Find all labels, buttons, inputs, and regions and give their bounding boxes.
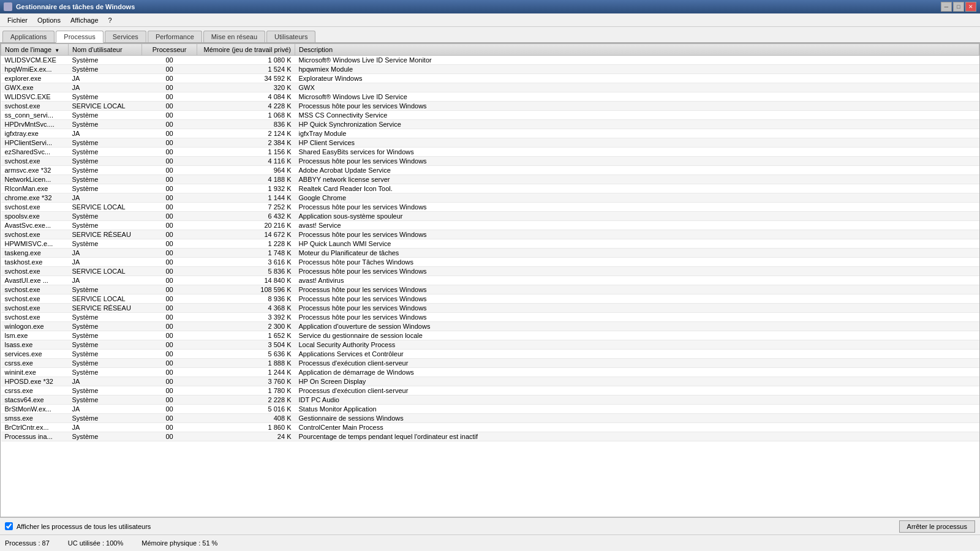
title-bar-content: Gestionnaire des tâches de Windows <box>4 2 135 11</box>
table-row[interactable]: hpqWmiEx.ex... Système 00 1 524 K hpqwmi… <box>1 65 979 74</box>
app-icon <box>4 2 12 11</box>
cell-cpu: 00 <box>142 331 197 340</box>
table-row[interactable]: smss.exe Système 00 408 K Gestionnaire d… <box>1 414 979 423</box>
col-header-user[interactable]: Nom d'utilisateur <box>69 44 142 56</box>
tab-utilisateurs[interactable]: Utilisateurs <box>266 31 315 42</box>
cell-desc: Explorateur Windows <box>295 74 979 83</box>
table-row[interactable]: stacsv64.exe Système 00 2 228 K IDT PC A… <box>1 395 979 405</box>
cell-user: JA <box>69 193 142 203</box>
col-header-desc[interactable]: Description <box>295 44 979 56</box>
cell-cpu: 00 <box>142 340 197 350</box>
table-row[interactable]: svchost.exe SERVICE LOCAL 00 7 252 K Pro… <box>1 203 979 212</box>
col-header-mem[interactable]: Mémoire (jeu de travail privé) <box>197 44 295 56</box>
col-header-image[interactable]: Nom de l'image ▼ <box>1 44 69 56</box>
table-row[interactable]: ezSharedSvc... Système 00 1 156 K Shared… <box>1 148 979 157</box>
cell-image: BrStMonW.ex... <box>1 405 69 414</box>
cell-desc: igfxTray Module <box>295 129 979 138</box>
table-row[interactable]: taskhost.exe JA 00 3 616 K Processus hôt… <box>1 258 979 267</box>
cell-cpu: 00 <box>142 359 197 368</box>
table-row[interactable]: svchost.exe SERVICE LOCAL 00 4 228 K Pro… <box>1 102 979 111</box>
table-row[interactable]: chrome.exe *32 JA 00 1 144 K Google Chro… <box>1 193 979 203</box>
cell-cpu: 00 <box>142 395 197 405</box>
status-memory: Mémoire physique : 51 % <box>141 539 217 547</box>
restore-button[interactable]: □ <box>953 2 964 12</box>
cell-user: JA <box>69 258 142 267</box>
tab-services[interactable]: Services <box>105 31 146 42</box>
table-row[interactable]: taskeng.exe JA 00 1 748 K Moteur du Plan… <box>1 249 979 258</box>
table-row[interactable]: lsm.exe Système 00 1 652 K Service du ge… <box>1 331 979 340</box>
cell-user: Système <box>69 221 142 230</box>
menu-fichier[interactable]: Fichier <box>2 15 32 25</box>
table-row[interactable]: Processus ina... Système 00 24 K Pourcen… <box>1 432 979 441</box>
table-row[interactable]: csrss.exe Système 00 1 780 K Processus d… <box>1 386 979 395</box>
table-row[interactable]: svchost.exe SERVICE LOCAL 00 8 936 K Pro… <box>1 294 979 304</box>
cell-desc: Processus hôte pour les services Windows <box>295 313 979 322</box>
cell-cpu: 00 <box>142 230 197 239</box>
table-row[interactable]: igfxtray.exe JA 00 2 124 K igfxTray Modu… <box>1 129 979 138</box>
table-row[interactable]: BrStMonW.ex... JA 00 5 016 K Status Moni… <box>1 405 979 414</box>
menu-help[interactable]: ? <box>104 15 117 25</box>
table-row[interactable]: spoolsv.exe Système 00 6 432 K Applicati… <box>1 212 979 221</box>
cell-desc: Local Security Authority Process <box>295 340 979 350</box>
table-row[interactable]: svchost.exe Système 00 4 116 K Processus… <box>1 157 979 166</box>
menu-options[interactable]: Options <box>32 15 66 25</box>
cell-user: JA <box>69 276 142 285</box>
cell-mem: 3 760 K <box>197 377 295 386</box>
cell-mem: 2 384 K <box>197 138 295 148</box>
table-row[interactable]: AvastUI.exe ... JA 00 14 840 K avast! An… <box>1 276 979 285</box>
table-row[interactable]: services.exe Système 00 5 636 K Applicat… <box>1 350 979 359</box>
cell-mem: 4 116 K <box>197 157 295 166</box>
close-button[interactable]: ✕ <box>965 2 976 12</box>
end-process-button[interactable]: Arrêter le processus <box>899 520 975 533</box>
table-row[interactable]: lsass.exe Système 00 3 504 K Local Secur… <box>1 340 979 350</box>
cell-user: JA <box>69 74 142 83</box>
table-row[interactable]: svchost.exe Système 00 3 392 K Processus… <box>1 313 979 322</box>
cell-user: Système <box>69 340 142 350</box>
col-header-cpu[interactable]: Processeur <box>142 44 197 56</box>
tab-processus[interactable]: Processus <box>56 31 103 43</box>
table-row[interactable]: HPWMISVC.e... Système 00 1 228 K HP Quic… <box>1 239 979 249</box>
table-row[interactable]: NetworkLicen... Système 00 4 188 K ABBYY… <box>1 175 979 184</box>
table-row[interactable]: svchost.exe SERVICE RÉSEAU 00 4 368 K Pr… <box>1 304 979 313</box>
show-all-processes-checkbox[interactable] <box>5 522 13 530</box>
cell-desc: Application de démarrage de Windows <box>295 368 979 377</box>
cell-user: SERVICE LOCAL <box>69 102 142 111</box>
cell-image: svchost.exe <box>1 230 69 239</box>
table-row[interactable]: armsvc.exe *32 Système 00 964 K Adobe Ac… <box>1 166 979 175</box>
cell-desc: ABBYY network license server <box>295 175 979 184</box>
table-row[interactable]: WLIDSVCM.EXE Système 00 1 080 K Microsof… <box>1 56 979 65</box>
cell-cpu: 00 <box>142 111 197 120</box>
table-row[interactable]: HPClientServi... Système 00 2 384 K HP C… <box>1 138 979 148</box>
table-row[interactable]: WLIDSVC.EXE Système 00 4 084 K Microsoft… <box>1 92 979 102</box>
tab-mise-en-reseau[interactable]: Mise en réseau <box>203 31 265 42</box>
table-row[interactable]: csrss.exe Système 00 1 888 K Processus d… <box>1 359 979 368</box>
menu-affichage[interactable]: Affichage <box>66 15 104 25</box>
table-row[interactable]: explorer.exe JA 00 34 592 K Explorateur … <box>1 74 979 83</box>
cell-cpu: 00 <box>142 212 197 221</box>
cell-user: Système <box>69 65 142 74</box>
table-row[interactable]: HPDrvMntSvc.... Système 00 836 K HP Quic… <box>1 120 979 129</box>
table-row[interactable]: RIconMan.exe Système 00 1 932 K Realtek … <box>1 184 979 193</box>
table-row[interactable]: GWX.exe JA 00 320 K GWX <box>1 83 979 92</box>
table-row[interactable]: ss_conn_servi... Système 00 1 068 K MSS … <box>1 111 979 120</box>
table-row[interactable]: svchost.exe Système 00 108 596 K Process… <box>1 285 979 294</box>
cell-mem: 34 592 K <box>197 74 295 83</box>
table-row[interactable]: BrCtrlCntr.ex... JA 00 1 860 K ControlCe… <box>1 423 979 432</box>
process-table-container[interactable]: Nom de l'image ▼ Nom d'utilisateur Proce… <box>1 43 979 517</box>
table-row[interactable]: svchost.exe SERVICE RÉSEAU 00 14 672 K P… <box>1 230 979 239</box>
table-row[interactable]: AvastSvc.exe... Système 00 20 216 K avas… <box>1 221 979 230</box>
cell-image: GWX.exe <box>1 83 69 92</box>
table-row[interactable]: HPOSD.exe *32 JA 00 3 760 K HP On Screen… <box>1 377 979 386</box>
table-row[interactable]: wininit.exe Système 00 1 244 K Applicati… <box>1 368 979 377</box>
cell-cpu: 00 <box>142 120 197 129</box>
table-row[interactable]: winlogon.exe Système 00 2 300 K Applicat… <box>1 322 979 331</box>
cell-cpu: 00 <box>142 285 197 294</box>
tab-performance[interactable]: Performance <box>148 31 202 42</box>
cell-user: Système <box>69 166 142 175</box>
minimize-button[interactable]: ─ <box>941 2 952 12</box>
tab-applications[interactable]: Applications <box>2 31 55 42</box>
cell-mem: 1 080 K <box>197 56 295 65</box>
cell-image: armsvc.exe *32 <box>1 166 69 175</box>
table-row[interactable]: svchost.exe SERVICE LOCAL 00 5 836 K Pro… <box>1 267 979 276</box>
cell-mem: 14 672 K <box>197 230 295 239</box>
